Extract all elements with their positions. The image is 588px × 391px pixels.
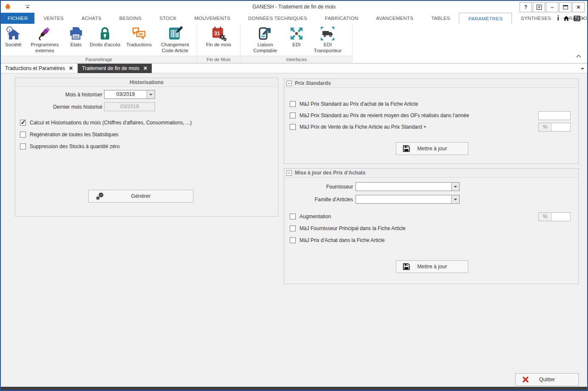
collapse-panel-button[interactable]: − <box>286 81 292 86</box>
ribbon: i Société Programmes externes Etats <box>1 24 587 63</box>
title-bar: GANESH - Traitement de fin de mois ? – ✕ <box>1 1 587 13</box>
collapse-panel-button[interactable]: − <box>286 170 292 176</box>
doc-tab-traitement-fin-de-mois[interactable]: Traitement de fin de mois ✕ <box>78 64 152 73</box>
maj-prix-vente-checkbox-row[interactable]: MàJ Prix de Vente de la Fiche Article au… <box>290 124 427 130</box>
ribbon-group-label: Fin de Mois <box>197 56 240 63</box>
tab-parametres[interactable]: PARAMÈTRES <box>459 13 512 24</box>
tab-syntheses[interactable]: SYNTHÈSES <box>512 13 560 24</box>
svg-text:31: 31 <box>214 30 220 36</box>
ribbon-button-societe[interactable]: i Société <box>2 25 24 48</box>
prix-standards-mettre-a-jour-button[interactable]: Mettre à jour <box>396 142 468 155</box>
ribbon-button-label: Changement Code Article <box>158 42 192 54</box>
checkbox[interactable] <box>290 101 296 107</box>
checkbox-label: MàJ Prix d'Achat dans la Fiche Article <box>300 237 384 243</box>
maximize-icon <box>563 5 568 9</box>
prix-vente-percent-input[interactable] <box>552 123 570 131</box>
prix-achats-panel-title: Mise à jour des Prix d'Achats <box>295 170 365 176</box>
mettre-a-jour-button-label: Mettre à jour <box>417 264 447 270</box>
close-button[interactable]: ✕ <box>572 2 585 12</box>
minimize-button[interactable]: – <box>546 2 558 12</box>
suppression-stocks-checkbox-row[interactable]: Suppression des Stocks à quantité zéro <box>20 143 119 149</box>
ribbon-button-label: Société <box>5 42 21 48</box>
close-tab-icon[interactable]: ✕ <box>69 65 73 71</box>
checkbox[interactable] <box>290 113 296 118</box>
calculator-export-icon: x= <box>257 25 273 41</box>
ribbon-group-interfaces: x= Liaison Comptable EDI EDI Transporteu… <box>240 24 353 63</box>
tab-tables[interactable]: TABLES <box>422 13 459 24</box>
regeneration-statistiques-checkbox-row[interactable]: Regénération de toutes les Statistiques <box>20 132 119 138</box>
tab-avancements[interactable]: AVANCEMENTS <box>367 13 422 24</box>
tab-besoins[interactable]: BESOINS <box>110 13 151 24</box>
ribbon-button-droits-acces[interactable]: Droits d'accès <box>87 25 123 48</box>
tab-ventes[interactable]: VENTES <box>34 13 72 24</box>
checkbox[interactable] <box>20 120 26 126</box>
augmentation-percent-input[interactable] <box>552 213 570 221</box>
checkbox[interactable] <box>20 132 26 138</box>
maximize-button[interactable] <box>559 2 571 12</box>
tab-list-dropdown-icon[interactable] <box>581 68 584 71</box>
checkbox[interactable] <box>290 214 296 219</box>
ribbon-button-fin-de-mois[interactable]: 31 Fin de mois <box>203 25 234 48</box>
checkbox-label: Calcul et Historisations du mois (Chiffr… <box>30 120 192 126</box>
dernier-mois-historise-label: Dernier mois historisé <box>15 104 102 110</box>
tab-donnees-techniques[interactable]: DONNÉES TECHNIQUES <box>239 13 316 24</box>
save-icon <box>403 263 410 270</box>
combobox-dropdown-button[interactable] <box>147 90 155 98</box>
status-bar <box>1 387 587 390</box>
fournisseur-label: Fournisseur <box>284 184 353 190</box>
fournisseur-combobox[interactable] <box>356 182 460 191</box>
checkbox[interactable] <box>20 143 26 149</box>
menu-tab-bar: FICHIER VENTES ACHATS BESOINS STOCK MOUV… <box>1 13 587 24</box>
tab-fabrication[interactable]: FABRICATION <box>316 13 367 24</box>
checkbox-label: Suppression des Stocks à quantité zéro <box>30 143 119 149</box>
doc-tab-label: Traitement de fin de mois <box>82 65 139 71</box>
ribbon-button-etats[interactable]: Etats <box>65 25 87 48</box>
pin-icon <box>536 4 542 10</box>
app-window: GANESH - Traitement de fin de mois ? – ✕… <box>0 0 588 391</box>
ribbon-button-edi[interactable]: EDI <box>286 25 307 48</box>
ribbon-group-fin-de-mois: 31 Fin de mois Fin de Mois <box>197 24 240 63</box>
checkbox[interactable] <box>290 237 296 243</box>
tab-achats[interactable]: ACHATS <box>73 13 110 24</box>
ribbon-button-traductions[interactable]: Traductions <box>123 25 155 48</box>
doc-tab-traductions-parametres[interactable]: Traductions et Paramètres ✕ <box>1 64 78 73</box>
checkbox[interactable] <box>290 225 296 231</box>
checkbox-label: MàJ Fournisseur Principal dans la Fiche … <box>300 225 405 231</box>
tab-fichier[interactable]: FICHIER <box>1 13 34 24</box>
percent-label: % <box>539 213 552 221</box>
maj-prix-achat-checkbox-row[interactable]: MàJ Prix d'Achat dans la Fiche Article <box>290 237 384 243</box>
ribbon-collapse-chevron-icon[interactable] <box>576 54 581 58</box>
checkbox-label: MàJ Prix Standard au Prix de revient moy… <box>300 113 469 118</box>
ribbon-button-changement-code-article[interactable]: Changement Code Article <box>155 25 195 54</box>
quick-access-caret[interactable] <box>25 5 30 6</box>
barcode-edit-icon <box>167 25 183 41</box>
ribbon-button-programmes-externes[interactable]: Programmes externes <box>24 25 65 54</box>
combobox-dropdown-button[interactable] <box>451 183 459 191</box>
combobox-dropdown-button[interactable] <box>451 195 459 203</box>
truck-arrows-icon <box>320 25 336 41</box>
generer-button[interactable]: Générer <box>88 190 193 203</box>
close-tab-icon[interactable]: ✕ <box>143 65 147 71</box>
maj-prix-standard-achat-checkbox-row[interactable]: MàJ Prix Standard au Prix d'achat de la … <box>290 101 418 107</box>
calcul-historisations-checkbox-row[interactable]: Calcul et Historisations du mois (Chiffr… <box>20 120 192 126</box>
info-icon[interactable]: i <box>557 14 559 22</box>
checkbox[interactable] <box>290 124 296 130</box>
quitter-button[interactable]: Quitter <box>515 373 579 386</box>
maj-fournisseur-principal-checkbox-row[interactable]: MàJ Fournisseur Principal dans la Fiche … <box>290 225 405 231</box>
prix-revient-annee-input[interactable] <box>538 111 571 120</box>
augmentation-checkbox-row[interactable]: Augmentation <box>290 214 331 219</box>
tab-mouvements[interactable]: MOUVEMENTS <box>186 13 239 24</box>
ribbon-button-liaison-comptable[interactable]: x= Liaison Comptable <box>245 25 286 54</box>
mois-a-historiser-combobox[interactable]: 03/2019 <box>104 90 155 99</box>
tab-stock[interactable]: STOCK <box>150 13 185 24</box>
maj-prix-standard-revient-checkbox-row[interactable]: MàJ Prix Standard au Prix de revient moy… <box>290 113 469 118</box>
pin-window-button[interactable] <box>533 2 545 12</box>
famille-articles-combobox[interactable] <box>356 195 460 204</box>
help-button[interactable]: ? <box>520 2 532 12</box>
ribbon-button-edi-transporteur[interactable]: EDI Transporteur <box>307 25 348 54</box>
ribbon-button-label: Etats <box>71 42 82 48</box>
home-icon[interactable] <box>563 15 570 22</box>
prix-achats-mettre-a-jour-button[interactable]: Mettre à jour <box>396 260 468 273</box>
calculator-menu-button[interactable] <box>574 15 584 22</box>
svg-text:i: i <box>9 27 10 32</box>
